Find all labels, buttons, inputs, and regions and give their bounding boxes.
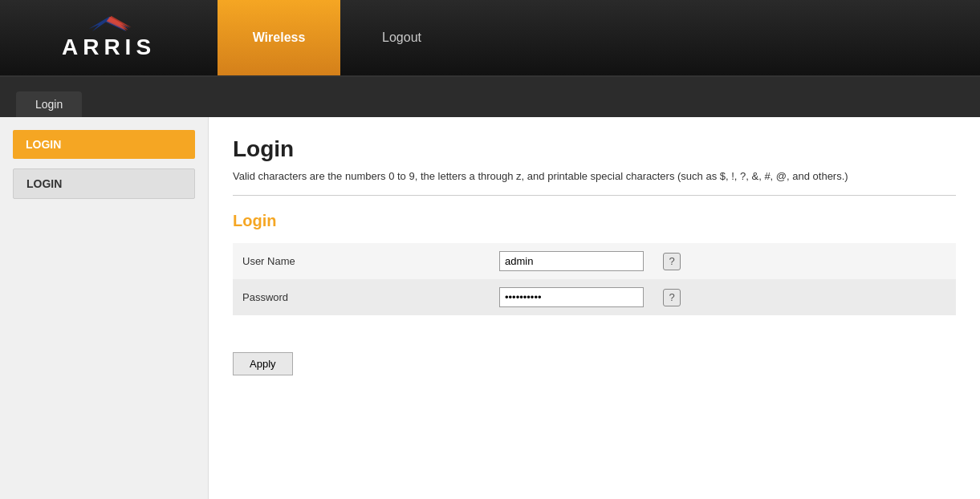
logo-area: ARRIS: [0, 0, 218, 75]
username-input-cell: [490, 243, 653, 279]
username-help-button[interactable]: ?: [663, 253, 681, 270]
section-title: Login: [233, 212, 956, 230]
username-help-cell: ?: [653, 243, 690, 279]
arris-bird-icon: [85, 15, 133, 33]
page-title: Login: [233, 136, 956, 162]
password-input[interactable]: [499, 287, 644, 307]
content-area: Login Valid characters are the numbers 0…: [209, 117, 980, 499]
sub-header: Login: [0, 77, 980, 117]
main-content: LOGIN LOGIN Login Valid characters are t…: [0, 117, 980, 499]
username-label: User Name: [233, 243, 490, 279]
logo-text: ARRIS: [62, 34, 156, 60]
password-input-cell: [490, 279, 653, 315]
nav-tab-wireless[interactable]: Wireless: [218, 0, 340, 75]
apply-button[interactable]: Apply: [233, 352, 293, 375]
password-help-cell: ?: [653, 279, 690, 315]
arris-logo: ARRIS: [62, 15, 156, 60]
sidebar: LOGIN LOGIN: [0, 117, 209, 499]
sidebar-login-active-button[interactable]: LOGIN: [13, 130, 195, 159]
sidebar-login-inactive-button[interactable]: LOGIN: [13, 168, 195, 199]
login-form-table: User Name ? Password: [233, 243, 956, 315]
table-row-username: User Name ?: [233, 243, 956, 279]
username-input[interactable]: [499, 251, 644, 271]
description-text: Valid characters are the numbers 0 to 9,…: [233, 170, 956, 196]
sub-tab-login[interactable]: Login: [16, 91, 82, 117]
password-help-button[interactable]: ?: [663, 289, 681, 306]
nav-tab-logout[interactable]: Logout: [340, 0, 463, 75]
password-label: Password: [233, 279, 490, 315]
nav-tabs: Wireless Logout: [218, 0, 463, 75]
header: ARRIS Wireless Logout: [0, 0, 980, 77]
table-row-password: Password ?: [233, 279, 956, 315]
